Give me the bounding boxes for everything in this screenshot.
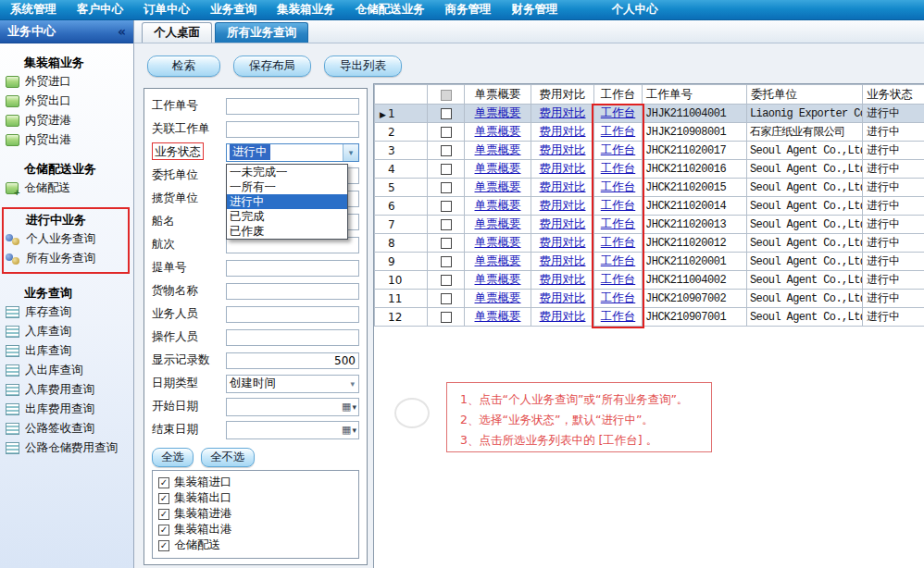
tab-personal-desktop[interactable]: 个人桌面	[142, 22, 212, 43]
chevron-down-icon[interactable]: ▾	[352, 402, 356, 412]
fee-compare-link[interactable]: 费用对比	[540, 142, 586, 156]
summary-link[interactable]: 单票概要	[475, 309, 521, 323]
sidebar-item-inbound-fee-query[interactable]: 入库费用查询	[0, 380, 133, 400]
workbench-link[interactable]: 工作台	[601, 309, 636, 323]
calendar-icon[interactable]: ▦	[342, 424, 351, 436]
sidebar-item-personal-business-query[interactable]: 个人业务查询	[4, 229, 128, 249]
row-checkbox[interactable]	[441, 256, 452, 267]
row-checkbox[interactable]	[441, 145, 452, 156]
row-checkbox[interactable]	[441, 201, 452, 212]
menu-finance[interactable]: 财务管理	[502, 2, 568, 18]
fee-compare-link[interactable]: 费用对比	[540, 105, 586, 119]
chevron-down-icon[interactable]: ▾	[343, 144, 358, 161]
workbench-link[interactable]: 工作台	[601, 272, 636, 286]
workbench-link[interactable]: 工作台	[601, 142, 636, 156]
row-checkbox[interactable]	[441, 238, 452, 249]
fee-compare-link[interactable]: 费用对比	[540, 290, 586, 304]
workbench-link[interactable]: 工作台	[601, 290, 636, 304]
end-date-input[interactable]: ▦▾	[226, 421, 359, 439]
fee-compare-link[interactable]: 费用对比	[540, 124, 586, 138]
sidebar-item-road-sign-query[interactable]: 公路签收查询	[0, 419, 133, 438]
table-row[interactable]: 9 单票概要 费用对比 工作台 JHCK211020001 Seoul Agen…	[375, 253, 924, 271]
related-order-input[interactable]	[226, 121, 359, 138]
workbench-link[interactable]: 工作台	[601, 216, 636, 230]
summary-link[interactable]: 单票概要	[475, 198, 521, 212]
table-row[interactable]: 2 单票概要 费用对比 工作台 JHJK210908001 石家庄纸业有限公司 …	[375, 123, 924, 142]
operator-input[interactable]	[226, 329, 359, 346]
summary-link[interactable]: 单票概要	[475, 290, 521, 304]
start-date-input[interactable]: ▦▾	[226, 398, 359, 416]
summary-link[interactable]: 单票概要	[475, 179, 521, 193]
work-order-input[interactable]	[226, 98, 359, 115]
menu-order[interactable]: 订单中心	[133, 2, 200, 18]
row-checkbox[interactable]	[441, 293, 452, 304]
status-option-finished[interactable]: 已完成	[227, 209, 347, 224]
summary-link[interactable]: 单票概要	[475, 216, 521, 230]
row-checkbox[interactable]	[441, 127, 452, 138]
menu-customer[interactable]: 客户中心	[67, 2, 133, 18]
workbench-link[interactable]: 工作台	[601, 198, 636, 212]
record-count-input[interactable]	[226, 352, 359, 369]
workbench-link[interactable]: 工作台	[601, 105, 636, 119]
table-row[interactable]: 11 单票概要 费用对比 工作台 JHCK210907002 Seoul Age…	[375, 290, 924, 308]
sidebar-item-all-business-query[interactable]: 所有业务查询	[4, 249, 128, 268]
sidebar-item-road-warehouse-fee-query[interactable]: 公路仓储费用查询	[0, 438, 133, 458]
workbench-link[interactable]: 工作台	[601, 235, 636, 249]
table-row[interactable]: 3 单票概要 费用对比 工作台 JHCK211020017 Seoul Agen…	[375, 142, 924, 160]
menu-personal[interactable]: 个人中心	[602, 2, 668, 18]
fee-compare-link[interactable]: 费用对比	[540, 309, 586, 323]
summary-link[interactable]: 单票概要	[475, 161, 521, 175]
filter-warehouse-delivery[interactable]: 仓储配送	[155, 537, 356, 553]
status-option-ongoing[interactable]: 进行中	[227, 194, 347, 209]
summary-link[interactable]: 单票概要	[475, 253, 521, 267]
menu-commerce[interactable]: 商务管理	[435, 2, 502, 18]
date-type-select[interactable]: 创建时间▾	[226, 375, 359, 393]
sidebar-item-warehouse-delivery[interactable]: 仓储配送	[0, 179, 133, 198]
filter-container-inbound[interactable]: 集装箱进港	[155, 506, 356, 522]
row-checkbox[interactable]	[441, 164, 452, 175]
checkbox-icon[interactable]	[158, 493, 169, 504]
filter-container-import[interactable]: 集装箱进口	[155, 475, 356, 490]
checkbox-icon[interactable]	[158, 477, 169, 488]
menu-warehouse[interactable]: 仓储配送业务	[345, 2, 435, 18]
fee-compare-link[interactable]: 费用对比	[540, 179, 586, 193]
status-option-voided[interactable]: 已作废	[227, 224, 347, 239]
row-checkbox[interactable]	[441, 182, 452, 193]
search-button[interactable]: 检索	[147, 56, 220, 77]
table-row[interactable]: 4 单票概要 费用对比 工作台 JHCK211020016 Seoul Agen…	[375, 160, 924, 179]
table-row[interactable]: 10 单票概要 费用对比 工作台 JHCK211004002 Seoul Age…	[375, 271, 924, 290]
status-option-all[interactable]: 一所有一	[227, 179, 347, 194]
checkbox-icon[interactable]	[158, 509, 169, 520]
sidebar-item-domestic-inbound[interactable]: 内贸进港	[0, 111, 133, 130]
calendar-icon[interactable]: ▦	[342, 401, 351, 413]
sidebar-item-inventory-query[interactable]: 库存查询	[0, 303, 133, 322]
table-row[interactable]: 6 单票概要 费用对比 工作台 JHCK211020014 Seoul Agen…	[375, 197, 924, 216]
summary-link[interactable]: 单票概要	[475, 105, 521, 119]
table-row[interactable]: 5 单票概要 费用对比 工作台 JHCK211020015 Seoul Agen…	[375, 179, 924, 197]
filter-container-outbound[interactable]: 集装箱出港	[155, 522, 356, 537]
fee-compare-link[interactable]: 费用对比	[540, 272, 586, 286]
fee-compare-link[interactable]: 费用对比	[540, 216, 586, 230]
tab-all-business-query[interactable]: 所有业务查询	[215, 22, 308, 43]
workbench-link[interactable]: 工作台	[601, 161, 636, 175]
fee-compare-link[interactable]: 费用对比	[540, 198, 586, 212]
table-row[interactable]: 8 单票概要 费用对比 工作台 JHCK211020012 Seoul Agen…	[375, 234, 924, 253]
table-row[interactable]: ▶1 单票概要 费用对比 工作台 JHJK211004001 Liaonig E…	[375, 105, 924, 123]
checkbox-icon[interactable]	[158, 540, 169, 551]
chevron-down-icon[interactable]: ▾	[352, 426, 356, 435]
row-checkbox[interactable]	[441, 108, 452, 119]
row-checkbox[interactable]	[441, 275, 452, 286]
workbench-link[interactable]: 工作台	[601, 124, 636, 138]
menu-container[interactable]: 集装箱业务	[267, 2, 345, 18]
summary-link[interactable]: 单票概要	[475, 272, 521, 286]
select-none-button[interactable]: 全不选	[201, 448, 255, 467]
fee-compare-link[interactable]: 费用对比	[540, 161, 586, 175]
status-option-unfinished[interactable]: 一未完成一	[227, 165, 347, 179]
summary-link[interactable]: 单票概要	[475, 124, 521, 138]
sales-person-input[interactable]	[226, 306, 359, 323]
filter-container-export[interactable]: 集装箱出口	[155, 490, 356, 506]
cargo-name-input[interactable]	[226, 283, 359, 300]
sidebar-item-in-out-query[interactable]: 入出库查询	[0, 361, 133, 380]
table-row[interactable]: 12 单票概要 费用对比 工作台 JHCK210907001 Seoul Age…	[375, 308, 924, 327]
workbench-link[interactable]: 工作台	[601, 253, 636, 267]
